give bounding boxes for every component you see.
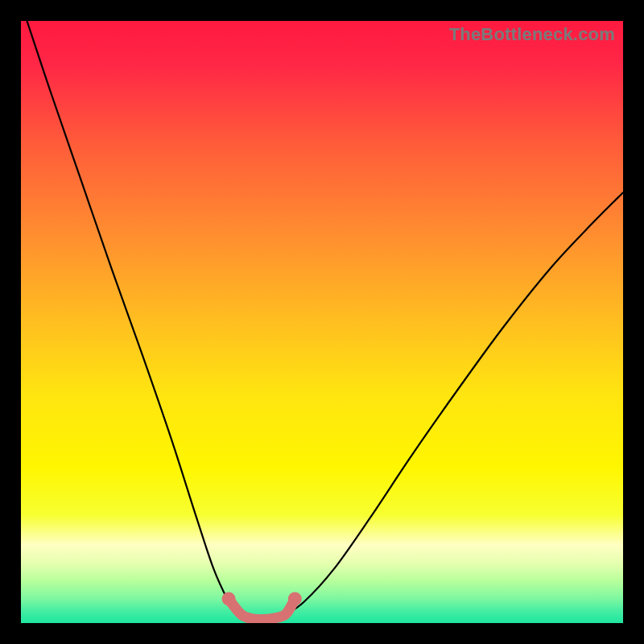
plot-area: TheBottleneck.com — [21, 21, 623, 623]
watermark-text: TheBottleneck.com — [449, 24, 615, 45]
series-valley-highlight-marker — [288, 592, 302, 606]
gradient-background — [21, 21, 623, 623]
outer-frame: TheBottleneck.com — [0, 0, 644, 644]
series-valley-highlight-marker — [222, 592, 236, 606]
chart-svg — [21, 21, 623, 623]
